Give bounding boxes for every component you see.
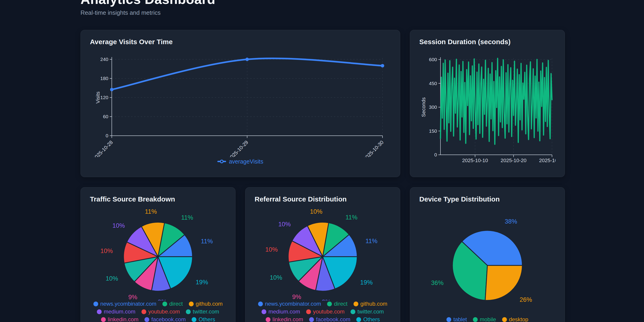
- line-series-sessionDuration[interactable]: [440, 58, 552, 144]
- legend-label: direct: [169, 300, 183, 307]
- legend-item-desktop[interactable]: desktop: [502, 316, 528, 322]
- legend-item-youtube.com[interactable]: youtube.com: [306, 308, 344, 315]
- pie-slice-desktop[interactable]: [485, 266, 522, 300]
- legend-dot: [354, 302, 358, 306]
- pie-percent-label: 26%: [520, 296, 532, 303]
- legend-dot: [94, 302, 98, 306]
- traffic-sources-svg: 11%11%11%10%10%10%9%9%19%: [90, 206, 226, 300]
- legend-label: news.ycombinator.com: [265, 300, 321, 307]
- legend-dot: [144, 317, 149, 322]
- card-title-referral-sources: Referral Source Distribution: [254, 195, 391, 204]
- legend-label: Others: [363, 316, 380, 322]
- y-tick-label: 240: [100, 56, 108, 62]
- legend-item-medium.com[interactable]: medium.com: [262, 308, 300, 315]
- legend-dot: [473, 317, 478, 322]
- pie-percent-label: 9%: [128, 294, 137, 300]
- session-duration-chart[interactable]: 01503004506002025-10-102025-10-202025-10…: [419, 49, 556, 167]
- legend-label: github.com: [360, 300, 387, 307]
- legend-label[interactable]: averageVisits: [229, 158, 263, 165]
- pie-legend: tabletmobiledesktop: [419, 316, 556, 322]
- y-tick-label: 150: [429, 128, 437, 134]
- legend-dot: [502, 317, 507, 322]
- legend-label: twitter.com: [193, 308, 219, 315]
- pie-percent-label: 10%: [270, 274, 282, 281]
- referral-sources-chart[interactable]: 11%11%10%10%10%10%9%9%19%news.ycombinato…: [254, 206, 391, 322]
- legend-dot: [142, 309, 146, 314]
- y-tick-label: 0: [434, 152, 437, 157]
- legend-label: news.ycombinator.com: [100, 300, 156, 307]
- card-referral-sources: Referral Source Distribution 11%11%10%10…: [245, 187, 400, 322]
- legend-label: mobile: [480, 316, 496, 322]
- pie-legend: news.ycombinator.comdirectgithub.commedi…: [90, 300, 226, 322]
- card-device-types: Device Type Distribution 38%36%26%tablet…: [410, 187, 565, 322]
- pie-percent-label: 11%: [201, 238, 213, 245]
- legend-label: linkedin.com: [108, 316, 138, 322]
- y-tick-label: 600: [429, 57, 437, 62]
- pie-percent-label: 19%: [196, 279, 208, 286]
- x-tick-label: 2025-10-20: [500, 158, 526, 163]
- legend-label: youtube.com: [313, 308, 344, 315]
- card-title-session-duration: Session Duration (seconds): [419, 38, 556, 46]
- pie-percent-label: 10%: [310, 208, 322, 215]
- legend-dot: [162, 302, 167, 306]
- legend-dot: [262, 309, 266, 314]
- average-visits-svg: 0601201802402025-10-282025-10-292025-10-…: [90, 49, 390, 157]
- legend-item-github.com[interactable]: github.com: [354, 300, 387, 307]
- legend-item-facebook.com[interactable]: facebook.com: [309, 316, 350, 322]
- legend-item-facebook.com[interactable]: facebook.com: [144, 316, 186, 322]
- legend-item-Others[interactable]: Others: [192, 316, 215, 322]
- page-title: Analytics Dashboard: [80, 0, 564, 7]
- y-axis-title: Seconds: [421, 97, 426, 117]
- pie-percent-label: 9%: [158, 298, 167, 300]
- pie-percent-label: 11%: [346, 214, 358, 221]
- referral-sources-svg: 11%11%10%10%10%10%9%9%19%: [254, 206, 391, 300]
- legend-dot: [327, 302, 332, 306]
- x-tick-label: 2025-10-29: [227, 140, 249, 157]
- legend-label: facebook.com: [151, 316, 186, 322]
- legend-item-github.com[interactable]: github.com: [189, 300, 223, 307]
- pie-percent-label: 36%: [431, 280, 444, 286]
- device-types-svg: 38%36%26%: [419, 206, 556, 316]
- average-visits-chart[interactable]: 0601201802402025-10-282025-10-292025-10-…: [90, 49, 391, 165]
- legend-label: youtube.com: [148, 308, 180, 315]
- legend-label: facebook.com: [316, 316, 350, 322]
- legend-dot: [446, 317, 451, 322]
- pie-percent-label: 9%: [322, 298, 331, 300]
- page-header: Analytics Dashboard Real-time insights a…: [80, 0, 564, 16]
- legend-item-news.ycombinator.com[interactable]: news.ycombinator.com: [94, 300, 156, 307]
- legend-item-youtube.com[interactable]: youtube.com: [142, 308, 180, 315]
- data-point[interactable]: [110, 88, 114, 91]
- legend-label: direct: [334, 300, 348, 307]
- legend-label: tablet: [453, 316, 467, 322]
- legend-item-linkedin.com[interactable]: linkedin.com: [266, 316, 303, 322]
- session-duration-svg: 01503004506002025-10-102025-10-202025-10…: [419, 49, 556, 167]
- legend-item-twitter.com[interactable]: twitter.com: [350, 308, 384, 315]
- legend-item-direct[interactable]: direct: [327, 300, 348, 307]
- legend-item-Others[interactable]: Others: [356, 316, 380, 322]
- legend-label: twitter.com: [358, 308, 384, 315]
- data-point[interactable]: [381, 64, 384, 68]
- legend-item-direct[interactable]: direct: [162, 300, 183, 307]
- pie-percent-label: 10%: [265, 246, 278, 253]
- y-axis-title: Visits: [95, 92, 101, 104]
- pie-percent-label: 11%: [145, 208, 157, 215]
- card-session-duration: Session Duration (seconds) 0150300450600…: [410, 30, 565, 177]
- pie-percent-label: 10%: [100, 248, 113, 254]
- legend-item-mobile[interactable]: mobile: [473, 316, 496, 322]
- card-title-traffic-sources: Traffic Source Breakdown: [90, 195, 226, 204]
- device-types-chart[interactable]: 38%36%26%tabletmobiledesktop: [419, 206, 556, 322]
- pie-percent-label: 10%: [106, 275, 118, 282]
- y-tick-label: 60: [103, 114, 108, 119]
- dashboard-container: Analytics Dashboard Real-time insights a…: [80, 0, 564, 322]
- traffic-sources-chart[interactable]: 11%11%11%10%10%10%9%9%19%news.ycombinato…: [90, 206, 226, 322]
- legend-line-icon[interactable]: [217, 160, 226, 163]
- pie-percent-label: 9%: [292, 294, 301, 300]
- data-point[interactable]: [246, 58, 249, 61]
- legend-item-medium.com[interactable]: medium.com: [97, 308, 135, 315]
- legend-item-twitter.com[interactable]: twitter.com: [186, 308, 219, 315]
- legend-item-news.ycombinator.com[interactable]: news.ycombinator.com: [258, 300, 321, 307]
- y-tick-label: 300: [429, 104, 437, 110]
- legend-dot: [309, 317, 314, 322]
- legend-item-tablet[interactable]: tablet: [446, 316, 467, 322]
- legend-item-linkedin.com[interactable]: linkedin.com: [101, 316, 138, 322]
